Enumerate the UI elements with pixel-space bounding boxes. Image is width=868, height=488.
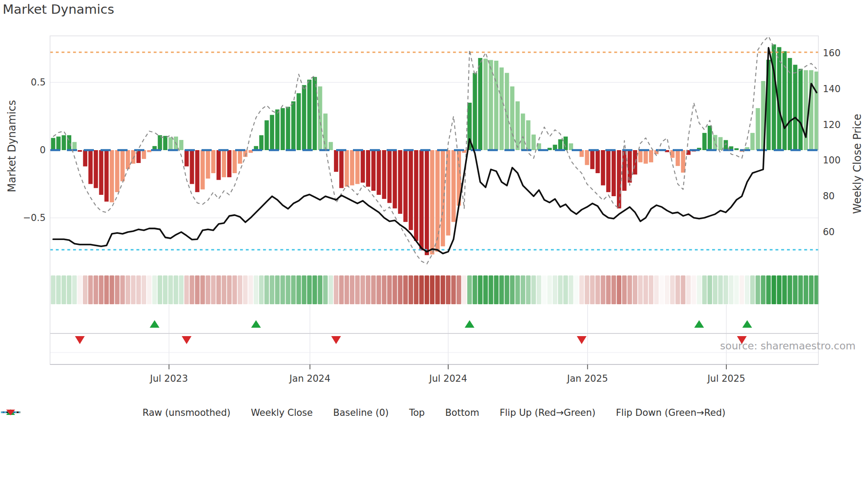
- y-tick-label-right: 160: [823, 48, 841, 58]
- heatmap-cell: [345, 275, 349, 304]
- flip-up-marker: [251, 320, 261, 328]
- heatmap-cell: [681, 275, 685, 304]
- legend-label: Flip Up (Red→Green): [500, 407, 596, 418]
- dyn-bar: [99, 150, 104, 195]
- dyn-bar: [804, 70, 808, 150]
- dyn-bar: [142, 150, 146, 159]
- dyn-bar: [393, 150, 397, 209]
- heatmap-cell: [521, 275, 525, 304]
- dyn-bar: [270, 115, 274, 150]
- heatmap-cell: [542, 275, 546, 304]
- heatmap-cell: [232, 275, 237, 304]
- heatmap-cell: [467, 275, 472, 304]
- heatmap-cell: [72, 275, 77, 304]
- flip-up-marker: [742, 320, 752, 328]
- dyn-bar: [168, 137, 173, 150]
- dyn-bar: [345, 150, 349, 187]
- legend-item: Top: [409, 407, 425, 418]
- dyn-bar: [275, 109, 280, 150]
- dyn-bar: [494, 61, 499, 150]
- heatmap-cell: [120, 275, 125, 304]
- dyn-bar: [734, 148, 739, 150]
- flip-up-marker: [465, 320, 474, 328]
- dyn-bar: [313, 77, 317, 150]
- heatmap-cell: [387, 275, 391, 304]
- heatmap-cell: [659, 275, 664, 304]
- dyn-bar: [195, 150, 200, 192]
- dyn-bar: [643, 150, 648, 164]
- legend-item: Raw (unsmoothed): [143, 407, 231, 418]
- heatmap-cell: [691, 275, 696, 304]
- dyn-bar: [222, 150, 226, 177]
- heatmap-cell: [633, 275, 637, 304]
- dyn-bar: [163, 136, 167, 150]
- dyn-bar: [718, 137, 723, 150]
- heatmap-cell: [168, 275, 173, 304]
- heatmap-cell: [408, 275, 413, 304]
- dyn-bar: [473, 73, 477, 150]
- heatmap-cell: [590, 275, 594, 304]
- heatmap-cell: [430, 275, 434, 304]
- dyn-bar: [484, 58, 488, 150]
- dyn-bar: [793, 65, 798, 150]
- heatmap-cell: [563, 275, 568, 304]
- dyn-bar: [366, 150, 370, 187]
- dyn-bar: [115, 150, 120, 192]
- x-tick-label: Jul 2025: [706, 373, 745, 384]
- legend-item: Baseline (0): [333, 407, 388, 418]
- dyn-bar: [622, 150, 627, 191]
- dyn-bar: [323, 113, 328, 150]
- dyn-bar: [206, 150, 210, 178]
- price-line: [53, 48, 817, 254]
- heatmap-cell: [67, 275, 71, 304]
- dyn-bar: [350, 150, 354, 186]
- dyn-bar: [89, 150, 93, 184]
- y-tick-label-left: 0.5: [31, 77, 46, 88]
- dyn-bar: [110, 150, 114, 202]
- dyn-bar: [264, 120, 269, 150]
- heatmap-cell: [638, 275, 643, 304]
- raw-line: [53, 36, 817, 264]
- dyn-bar: [120, 150, 125, 181]
- dyn-bar: [414, 150, 418, 241]
- heatmap-cell: [675, 275, 680, 304]
- dyn-bar: [302, 85, 306, 150]
- heatmap-cell: [88, 275, 93, 304]
- y-tick-label-right: 120: [823, 120, 841, 130]
- dyn-bar: [425, 150, 429, 255]
- heatmap-cell: [462, 275, 466, 304]
- flip-down-marker: [75, 336, 85, 344]
- heatmap-cell: [142, 275, 146, 304]
- heatmap-cell: [222, 275, 226, 304]
- heatmap-cell: [686, 275, 690, 304]
- heatmap-cell: [713, 275, 717, 304]
- heatmap-cell: [628, 275, 632, 304]
- heatmap-cell: [371, 275, 376, 304]
- dyn-bar: [788, 58, 792, 150]
- dyn-bar: [409, 150, 413, 230]
- heatmap-cell: [574, 275, 578, 304]
- dyn-bar: [724, 140, 728, 150]
- y-tick-label-right: 140: [823, 84, 841, 94]
- heatmap-cell: [109, 275, 114, 304]
- heatmap-cell: [649, 275, 653, 304]
- dyn-bar: [441, 150, 445, 246]
- heatmap-cell: [504, 275, 509, 304]
- heatmap-cell: [729, 275, 733, 304]
- heatmap-cell: [398, 275, 402, 304]
- dyn-bar: [419, 150, 424, 250]
- heatmap-cell: [483, 275, 488, 304]
- legend-item: Flip Down (Green→Red): [616, 407, 725, 418]
- heatmap-cell: [190, 275, 194, 304]
- heatmap-cell: [724, 275, 728, 304]
- heatmap-cell: [366, 275, 370, 304]
- heatmap-cell: [195, 275, 199, 304]
- heatmap-cell: [809, 275, 814, 304]
- heatmap-cell: [296, 275, 301, 304]
- dyn-bar: [670, 150, 675, 158]
- dyn-bar: [334, 150, 338, 172]
- heatmap-cell: [782, 275, 787, 304]
- heatmap-cell: [473, 275, 477, 304]
- dyn-bar: [297, 93, 301, 150]
- dyn-bar: [772, 44, 776, 150]
